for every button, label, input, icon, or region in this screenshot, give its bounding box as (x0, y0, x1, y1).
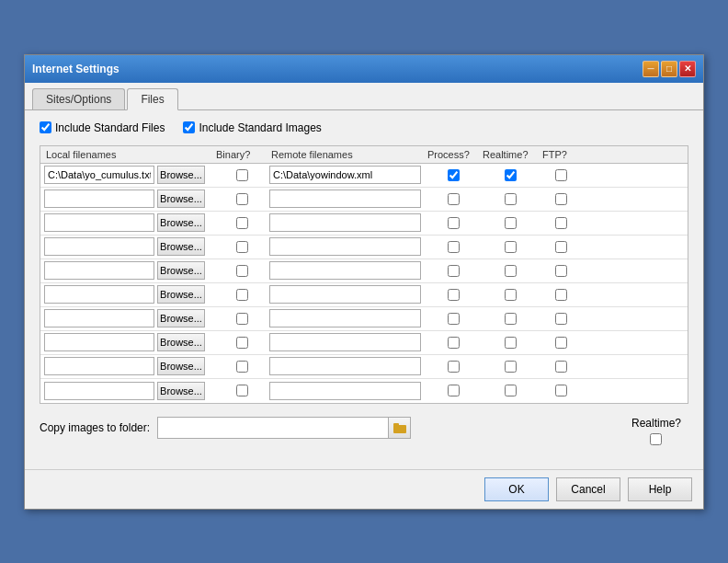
realtime-checkbox-5[interactable] (505, 289, 517, 301)
folder-icon (393, 422, 406, 433)
remote-input-0[interactable] (269, 166, 421, 184)
browse-button-1[interactable]: Browse... (157, 190, 205, 208)
cell-realtime-0 (481, 169, 540, 181)
ftp-checkbox-1[interactable] (555, 193, 567, 205)
realtime-checkbox-6[interactable] (505, 313, 517, 325)
ftp-checkbox-6[interactable] (555, 313, 567, 325)
browse-button-7[interactable]: Browse... (157, 333, 205, 351)
bottom-section: Copy images to folder: Realtime? (40, 417, 688, 445)
ftp-checkbox-4[interactable] (555, 265, 567, 277)
ftp-checkbox-9[interactable] (555, 385, 567, 396)
realtime-checkbox-0[interactable] (505, 169, 517, 181)
cell-realtime-7 (481, 337, 540, 349)
remote-input-2[interactable] (269, 213, 421, 232)
include-standard-images-label[interactable]: Include Standard Images (183, 121, 321, 134)
ftp-checkbox-3[interactable] (555, 241, 567, 253)
ftp-checkbox-5[interactable] (555, 289, 567, 301)
minimize-button[interactable]: ─ (643, 61, 659, 77)
process-checkbox-6[interactable] (448, 313, 460, 325)
realtime-checkbox-9[interactable] (505, 385, 517, 396)
remote-input-3[interactable] (269, 237, 421, 256)
browse-button-2[interactable]: Browse... (157, 213, 205, 232)
cancel-button[interactable]: Cancel (556, 477, 620, 501)
process-checkbox-1[interactable] (448, 193, 460, 205)
ftp-checkbox-0[interactable] (555, 169, 567, 181)
cell-local-5: Browse... (44, 285, 214, 304)
realtime-checkbox-8[interactable] (505, 361, 517, 373)
realtime-checkbox-7[interactable] (505, 337, 517, 349)
binary-checkbox-0[interactable] (236, 169, 248, 181)
binary-checkbox-7[interactable] (236, 337, 248, 349)
realtime-checkbox-2[interactable] (505, 217, 517, 229)
browse-button-6[interactable]: Browse... (157, 309, 205, 327)
cell-ftp-7 (540, 337, 582, 349)
browse-button-0[interactable]: Browse... (157, 166, 205, 184)
table-row: Browse... (40, 236, 688, 259)
remote-input-8[interactable] (269, 357, 421, 375)
process-checkbox-3[interactable] (448, 241, 460, 253)
local-input-4[interactable] (44, 261, 154, 280)
realtime-bottom-checkbox[interactable] (650, 433, 662, 445)
cell-ftp-6 (540, 313, 582, 325)
binary-checkbox-9[interactable] (236, 385, 248, 396)
binary-checkbox-1[interactable] (236, 193, 248, 205)
browse-button-9[interactable]: Browse... (157, 382, 205, 400)
tab-sites-options[interactable]: Sites/Options (32, 88, 125, 109)
local-input-3[interactable] (44, 237, 154, 256)
help-button[interactable]: Help (628, 477, 692, 501)
browse-button-8[interactable]: Browse... (157, 357, 205, 375)
local-input-8[interactable] (44, 357, 154, 375)
binary-checkbox-3[interactable] (236, 241, 248, 253)
local-input-9[interactable] (44, 382, 154, 400)
remote-input-1[interactable] (269, 190, 421, 208)
local-input-2[interactable] (44, 213, 154, 232)
process-checkbox-0[interactable] (448, 169, 460, 181)
binary-checkbox-6[interactable] (236, 313, 248, 325)
local-input-7[interactable] (44, 333, 154, 351)
ftp-checkbox-2[interactable] (555, 217, 567, 229)
cell-process-3 (426, 241, 481, 253)
process-checkbox-4[interactable] (448, 265, 460, 277)
local-input-6[interactable] (44, 309, 154, 327)
header-realtime: Realtime? (481, 149, 540, 160)
realtime-checkbox-1[interactable] (505, 193, 517, 205)
ok-button[interactable]: OK (484, 477, 549, 501)
remote-input-9[interactable] (269, 382, 421, 400)
process-checkbox-8[interactable] (448, 361, 460, 373)
browse-button-5[interactable]: Browse... (157, 285, 205, 304)
process-checkbox-7[interactable] (448, 337, 460, 349)
remote-input-7[interactable] (269, 333, 421, 351)
process-checkbox-2[interactable] (448, 217, 460, 229)
tab-files[interactable]: Files (127, 88, 177, 110)
svg-rect-0 (393, 425, 406, 433)
local-input-5[interactable] (44, 285, 154, 304)
binary-checkbox-2[interactable] (236, 217, 248, 229)
maximize-button[interactable]: □ (661, 61, 677, 77)
ftp-checkbox-8[interactable] (555, 361, 567, 373)
realtime-checkbox-4[interactable] (505, 265, 517, 277)
cell-ftp-1 (540, 193, 582, 205)
process-checkbox-5[interactable] (448, 289, 460, 301)
table-row: Browse... (40, 188, 688, 212)
binary-checkbox-5[interactable] (236, 289, 248, 301)
binary-checkbox-8[interactable] (236, 361, 248, 373)
ftp-checkbox-7[interactable] (555, 337, 567, 349)
cell-local-8: Browse... (44, 357, 214, 375)
realtime-checkbox-3[interactable] (505, 241, 517, 253)
remote-input-5[interactable] (269, 285, 421, 304)
close-button[interactable]: ✕ (679, 61, 696, 77)
browse-button-3[interactable]: Browse... (157, 237, 205, 256)
folder-browse-button[interactable] (388, 418, 410, 438)
process-checkbox-9[interactable] (448, 385, 460, 396)
binary-checkbox-4[interactable] (236, 265, 248, 277)
include-standard-images-checkbox[interactable] (183, 121, 195, 133)
local-input-1[interactable] (44, 190, 154, 208)
browse-button-4[interactable]: Browse... (157, 261, 205, 280)
copy-folder-input[interactable] (158, 418, 388, 438)
include-standard-files-checkbox[interactable] (40, 121, 51, 133)
cell-binary-8 (214, 361, 269, 373)
remote-input-6[interactable] (269, 309, 421, 327)
remote-input-4[interactable] (269, 261, 421, 280)
include-standard-files-label[interactable]: Include Standard Files (40, 121, 165, 134)
local-input-0[interactable] (44, 166, 154, 184)
